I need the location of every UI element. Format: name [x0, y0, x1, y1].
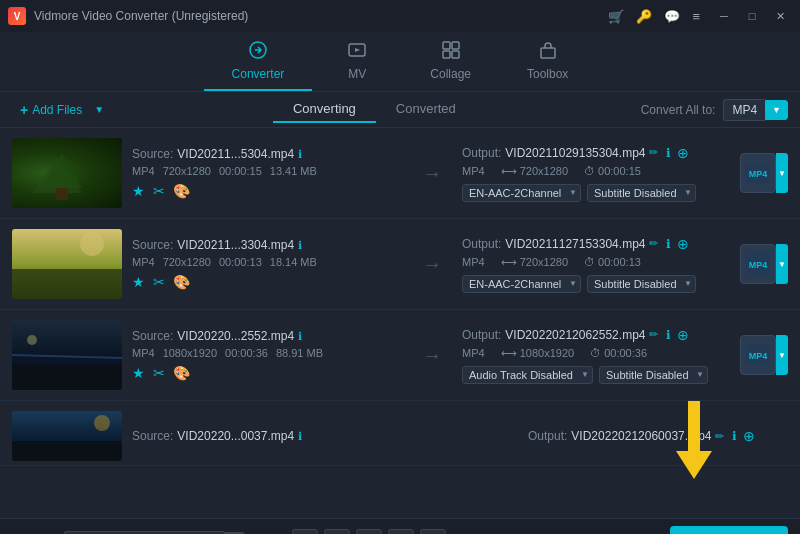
- subtitle-select-wrap: Subtitle Disabled: [587, 275, 696, 293]
- audio-track-select-wrap: EN-AAC-2Channel: [462, 275, 581, 293]
- file-thumbnail: [12, 229, 122, 299]
- convert-all-button[interactable]: Convert All: [670, 526, 788, 535]
- effects-icon[interactable]: 🎨: [173, 365, 190, 381]
- collage-tab-icon: [441, 40, 461, 64]
- maximize-button[interactable]: □: [740, 6, 764, 26]
- output-info-icon[interactable]: ℹ: [666, 146, 671, 160]
- format-badge-dropdown[interactable]: ▼: [776, 153, 788, 193]
- save-path-input[interactable]: [64, 531, 224, 535]
- svg-point-13: [80, 232, 104, 256]
- audio-track-select-wrap: EN-AAC-2Channel: [462, 184, 581, 202]
- info-icon[interactable]: ℹ: [298, 330, 302, 343]
- output-selects: EN-AAC-2Channel Subtitle Disabled: [462, 184, 722, 202]
- svg-point-19: [27, 335, 37, 345]
- file-thumbnail: [12, 411, 122, 461]
- subtitle-select[interactable]: Subtitle Disabled: [587, 275, 696, 293]
- tab-converter[interactable]: Converter: [204, 34, 313, 91]
- audio-track-select[interactable]: EN-AAC-2Channel: [462, 275, 581, 293]
- info-icon[interactable]: ℹ: [298, 148, 302, 161]
- collage-tab-label: Collage: [430, 67, 471, 81]
- svg-line-18: [12, 355, 122, 358]
- convert-arrow: →: [422, 253, 442, 276]
- edit-output-icon[interactable]: ✏: [649, 146, 658, 159]
- tab-collage[interactable]: Collage: [402, 34, 499, 91]
- format-badge-dropdown[interactable]: ▼: [776, 244, 788, 284]
- source-filename: VID20220...2552.mp4: [177, 329, 294, 343]
- convert-arrow: →: [422, 162, 442, 185]
- output-add-icon[interactable]: ⊕: [677, 145, 689, 161]
- format-badge-dropdown[interactable]: ▼: [776, 335, 788, 375]
- more-settings-button[interactable]: ⚙: [388, 529, 414, 535]
- preferences-button[interactable]: [356, 529, 382, 535]
- audio-track-select[interactable]: Audio Track Disabled: [462, 366, 593, 384]
- subtitle-select[interactable]: Subtitle Disabled: [587, 184, 696, 202]
- enhance-icon[interactable]: ★: [132, 365, 145, 381]
- add-files-dropdown-button[interactable]: ▼: [90, 100, 108, 119]
- subtitle-select[interactable]: Subtitle Disabled: [599, 366, 708, 384]
- key-icon[interactable]: 🔑: [636, 9, 652, 24]
- file-info: Source: VID20220...2552.mp4 ℹ MP4 1080x1…: [132, 329, 402, 381]
- format-badge[interactable]: MP4: [740, 153, 776, 193]
- svg-rect-22: [12, 441, 122, 461]
- enhance-icon[interactable]: ★: [132, 183, 145, 199]
- menu-icon[interactable]: ≡: [692, 9, 700, 24]
- converted-tab[interactable]: Converted: [376, 96, 476, 123]
- file-thumbnail: [12, 138, 122, 208]
- edit-output-icon[interactable]: ✏: [715, 430, 724, 443]
- tab-bar: Converter MV Collage: [0, 32, 800, 92]
- output-meta: MP4 ⟷ 720x1280 ⏱ 00:00:13: [462, 256, 722, 269]
- dropdown-more-button[interactable]: ▲: [420, 529, 446, 535]
- output-add-icon[interactable]: ⊕: [677, 236, 689, 252]
- svg-rect-5: [452, 51, 459, 58]
- svg-rect-3: [452, 42, 459, 49]
- output-add-icon[interactable]: ⊕: [677, 327, 689, 343]
- output-add-icon[interactable]: ⊕: [743, 428, 755, 444]
- edit-output-icon[interactable]: ✏: [649, 328, 658, 341]
- arrow-col: →: [412, 162, 452, 185]
- audio-track-select[interactable]: EN-AAC-2Channel: [462, 184, 581, 202]
- output-meta: MP4 ⟷ 1080x1920 ⏱ 00:00:36: [462, 347, 722, 360]
- output-info-icon[interactable]: ℹ: [732, 429, 737, 443]
- converting-tab[interactable]: Converting: [273, 96, 376, 123]
- cart-icon[interactable]: 🛒: [608, 9, 624, 24]
- cut-icon[interactable]: ✂: [153, 183, 165, 199]
- info-icon[interactable]: ℹ: [298, 239, 302, 252]
- chat-icon[interactable]: 💬: [664, 9, 680, 24]
- output-info-icon[interactable]: ℹ: [666, 237, 671, 251]
- output-selects: EN-AAC-2Channel Subtitle Disabled: [462, 275, 722, 293]
- format-dropdown-arrow[interactable]: ▼: [765, 100, 788, 120]
- folder-open-button[interactable]: [292, 529, 318, 535]
- svg-rect-4: [443, 51, 450, 58]
- action-icons: ★ ✂ 🎨: [132, 274, 402, 290]
- file-item: Source: VID20220...2552.mp4 ℹ MP4 1080x1…: [0, 310, 800, 401]
- cut-icon[interactable]: ✂: [153, 365, 165, 381]
- output-meta: MP4 ⟷ 720x1280 ⏱ 00:00:15: [462, 165, 722, 178]
- format-select-box[interactable]: MP4: [723, 99, 765, 121]
- close-button[interactable]: ✕: [768, 6, 792, 26]
- svg-text:MP4: MP4: [749, 260, 768, 270]
- audio-track-select-wrap: Audio Track Disabled: [462, 366, 593, 384]
- output-settings: Output: VID20220212062552.mp4 ✏ ℹ ⊕ MP4 …: [462, 327, 722, 384]
- effects-icon[interactable]: 🎨: [173, 274, 190, 290]
- edit-output-icon[interactable]: ✏: [649, 237, 658, 250]
- enhance-icon[interactable]: ★: [132, 274, 145, 290]
- format-badge[interactable]: MP4: [740, 335, 776, 375]
- effects-icon[interactable]: 🎨: [173, 183, 190, 199]
- file-meta: MP4 720x1280 00:00:15 13.41 MB: [132, 165, 402, 177]
- tab-mv[interactable]: MV: [312, 34, 402, 91]
- settings-button[interactable]: ⚡: [324, 529, 350, 535]
- svg-rect-2: [443, 42, 450, 49]
- toolbar: + Add Files ▼ Converting Converted Conve…: [0, 92, 800, 128]
- arrow-col: →: [412, 344, 452, 367]
- cut-icon[interactable]: ✂: [153, 274, 165, 290]
- add-icon: +: [20, 102, 28, 118]
- format-badge[interactable]: MP4: [740, 244, 776, 284]
- output-info-icon[interactable]: ℹ: [666, 328, 671, 342]
- add-files-button[interactable]: + Add Files: [12, 98, 90, 122]
- toolbox-tab-icon: [538, 40, 558, 64]
- minimize-button[interactable]: ─: [712, 6, 736, 26]
- tab-toolbox[interactable]: Toolbox: [499, 34, 596, 91]
- info-icon[interactable]: ℹ: [298, 430, 302, 443]
- subtitle-select-wrap: Subtitle Disabled: [587, 184, 696, 202]
- add-files-label: Add Files: [32, 103, 82, 117]
